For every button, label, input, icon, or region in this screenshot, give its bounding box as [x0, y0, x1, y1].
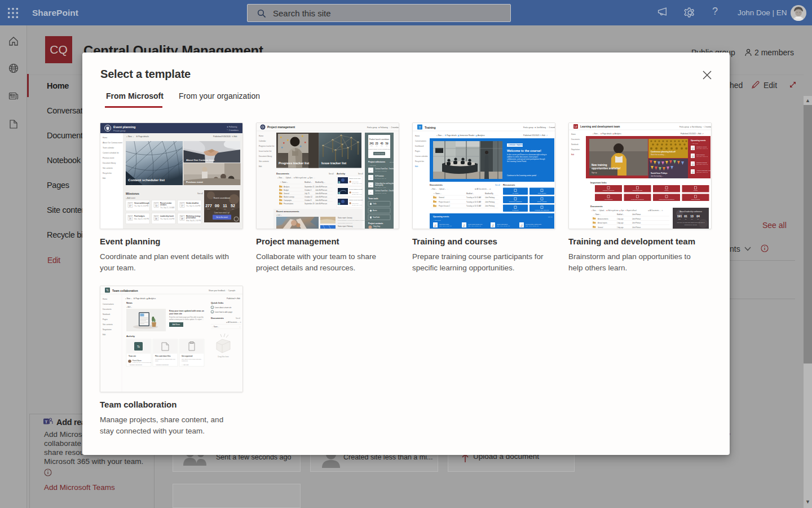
svg-text:↑ Upload a document: ↑ Upload a document [155, 364, 169, 366]
svg-text:John Pittman: John Pittman [632, 218, 641, 220]
svg-text:John McCoy: John McCoy [352, 192, 359, 193]
svg-text:Documents: Documents [211, 317, 224, 319]
svg-text:04: 04 [696, 214, 700, 218]
svg-text:Technology help: Technology help [633, 190, 643, 191]
svg-text:See all: See all [495, 184, 500, 186]
svg-text:+ Add ⌄: + Add ⌄ [126, 306, 132, 308]
svg-text:APR: APR [463, 224, 466, 225]
svg-text:Tc: Tc [106, 289, 109, 292]
svg-text:hrs: hrs [685, 218, 687, 220]
svg-text:Calendar: Calendar [259, 140, 266, 142]
svg-text:Trello: Trello [373, 203, 377, 205]
svg-text:Annual reports: Annual reports [598, 222, 608, 224]
svg-text:Documents: Documents [276, 172, 289, 175]
svg-text:Admin: Admin [373, 227, 377, 229]
svg-text:Share your feedback ♡ 5 peopl: Share your feedback ♡ 5 people [209, 290, 235, 292]
svg-text:12: 12 [692, 172, 694, 174]
svg-text:12: 12 [692, 164, 694, 166]
svg-text:JAN: JAN [692, 162, 694, 163]
svg-text:Quick links: Quick links [211, 301, 224, 304]
svg-text:Notebook: Notebook [103, 313, 111, 316]
svg-text:Join the meeting →: Join the meeting → [651, 175, 664, 177]
svg-text:General: General [598, 226, 603, 229]
svg-text:conference by anyone: conference by anyone [685, 224, 698, 225]
svg-text:Message the instructor: Message the instructor [535, 209, 549, 211]
svg-text:+ Add event: + Add event [368, 165, 376, 167]
svg-text:Edit: Edit [415, 165, 418, 168]
svg-text:See all: See all [197, 192, 203, 195]
svg-text:Documents: Documents [571, 138, 580, 141]
svg-text:+ New ⌄ ↑ Upload ⌄ ⚙ Edit in: + New ⌄ ↑ Upload ⌄ ⚙ Edit in grid view ☁… [277, 177, 315, 179]
svg-text:min: min [224, 208, 227, 210]
svg-text:□ Name ⌄: □ Name ⌄ [434, 192, 442, 195]
svg-text:Skill-train exam: Skill-train exam [439, 224, 449, 225]
svg-text:Team contacts: Team contacts [691, 199, 700, 200]
svg-text:author a news post or status u: author a news post or status update. It'… [169, 318, 204, 321]
svg-text:Product launch event is almost: Product launch event is almost here! [368, 148, 391, 150]
svg-text:your team site: your team site [169, 313, 182, 315]
svg-text:T: T [45, 419, 48, 424]
svg-text:Vendor deadline: Vendor deadline [186, 202, 199, 204]
svg-text:Issue tracker list: Issue tracker list [259, 150, 271, 152]
svg-text:John McCoy: John McCoy [352, 181, 359, 182]
svg-text:Event planning: Event planning [113, 125, 135, 129]
svg-text:17: 17 [181, 205, 183, 207]
svg-text:Presentations: Presentations [284, 203, 294, 205]
svg-text:Dashboard: Dashboard [415, 145, 423, 147]
svg-text:+ New ⌄ ⚙ Page details ▤ Ana: + New ⌄ ⚙ Page details ▤ Analytics [125, 297, 156, 300]
svg-text:John Pimlway: John Pimlway [485, 196, 495, 199]
svg-text:Sat, Apr 7, 10:00 AM: Sat, Apr 7, 10:00 AM [526, 225, 539, 227]
svg-text:Conference planning kick-off: Conference planning kick-off [651, 151, 676, 153]
svg-text:Home: Home [103, 137, 108, 139]
svg-text:Files and share files: Files and share files [155, 355, 171, 357]
svg-text:Published 2/11/2021 ✎ Edit ↗: Published 2/11/2021 ✎ Edit ↗ [681, 133, 704, 135]
svg-text:1 day ago: 1 day ago [617, 222, 624, 224]
svg-text:Sat, Apr 7, 9:00 AM: Sat, Apr 7, 9:00 AM [439, 225, 452, 227]
svg-text:See all: See all [548, 216, 553, 218]
svg-text:We'll see you and learn what's: We'll see you and learn what's new at th… [677, 222, 705, 223]
svg-text:Watch the recording →: Watch the recording → [651, 154, 666, 156]
svg-text:Conversations: Conversations [103, 303, 114, 305]
svg-text:+ New ⌄ ⚙ Page details ▤ Ana: + New ⌄ ⚙ Page details ▤ Analytics [593, 133, 621, 135]
svg-text:John McPherson: John McPherson [315, 196, 327, 198]
svg-text:JOHNNIE TRAINING: JOHNNIE TRAINING [508, 144, 524, 146]
svg-text:Go to the event: Go to the event [216, 216, 228, 218]
svg-text:About One Contoso team: About One Contoso team [186, 159, 215, 161]
svg-text:sec: sec [386, 145, 387, 146]
svg-text:organized.: organized. [182, 360, 188, 362]
svg-text:Project milestones: Project milestones [368, 161, 385, 163]
svg-text:Suzy Gray: Suzy Gray [373, 225, 381, 227]
svg-text:Final budgets: Final budgets [134, 215, 145, 217]
svg-text:Status report: January: Status report: January [338, 217, 352, 219]
svg-text:06: 06 [155, 218, 157, 220]
svg-text:the Learning Center Portal.: the Learning Center Portal. [507, 160, 527, 163]
svg-text:Status report page: Status report page [349, 178, 361, 179]
svg-text:07: 07 [434, 225, 436, 227]
svg-text:07: 07 [520, 225, 523, 227]
svg-text:Content schedule list: Content schedule list [103, 152, 119, 154]
svg-text:Progress tracker list: Progress tracker list [279, 161, 309, 165]
svg-text:00: 00 [215, 204, 219, 208]
svg-text:↑ Upload a document: ↑ Upload a document [129, 364, 142, 366]
svg-text:Project lesson 2: Project lesson 2 [439, 205, 450, 207]
svg-text:New training: New training [592, 164, 607, 167]
svg-text:Negotiation: Negotiation [571, 148, 580, 151]
svg-text:presentation: presentation [186, 217, 196, 219]
svg-text:191: 191 [677, 214, 682, 218]
svg-text:Team calendar: Team calendar [103, 147, 114, 149]
svg-text:+ New ⌄ ⚙ Page details ▥ Imm: + New ⌄ ⚙ Page details ▥ Immersive Reade… [436, 134, 485, 137]
svg-text:T: T [419, 126, 421, 129]
svg-text:Published 2/11/2021 ✎ Edit ↗: Published 2/11/2021 ✎ Edit ↗ [523, 134, 548, 137]
svg-text:Milestones: Milestones [126, 192, 139, 195]
svg-text:277: 277 [205, 204, 212, 208]
svg-text:John McPherson: John McPherson [315, 203, 327, 205]
svg-text:+ New ⌄ ⚙ Page details: + New ⌄ ⚙ Page details [126, 135, 149, 138]
svg-text:1 day ago: 1 day ago [617, 226, 624, 229]
svg-text:Get organized: Get organized [182, 355, 193, 357]
svg-text:Modified ⌄: Modified ⌄ [304, 181, 312, 183]
svg-text:Upcoming events: Upcoming events [433, 216, 449, 218]
svg-text:Home: Home [259, 135, 264, 137]
svg-text:07: 07 [492, 225, 494, 227]
svg-text:Announcements: Announcements [598, 218, 608, 220]
svg-text:My notes: My notes [513, 192, 519, 194]
